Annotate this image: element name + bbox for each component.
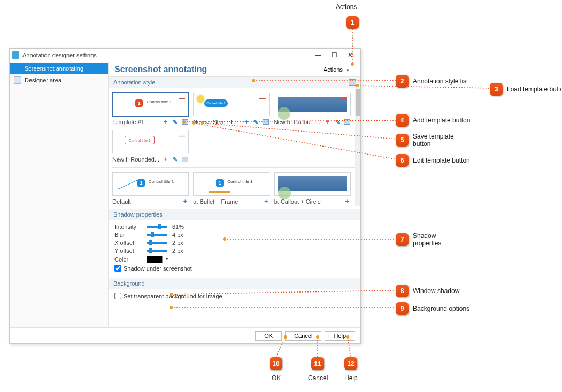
minimize-button[interactable]: — [310,51,326,59]
app-icon [12,51,19,59]
add-template-button[interactable]: + [324,118,332,126]
callout-badge-7: 7 [396,233,409,246]
leader-dot [351,63,354,66]
actions-label: Actions [324,66,343,73]
main-panel: Screenshot annotating Actions Annotation… [109,62,360,327]
shadow-under-checkbox[interactable] [114,265,121,272]
scrollbar-track[interactable] [355,88,360,206]
add-template-button[interactable]: + [181,198,189,205]
save-template-button[interactable] [262,118,270,126]
callout-label-7: Shadow properties [413,232,456,247]
yoffset-slider[interactable] [147,250,167,252]
callout-label-11: Cancel [308,374,328,382]
slider-thumb[interactable] [151,232,154,237]
slider-thumb[interactable] [158,224,161,229]
template-thumbnail[interactable]: Control title 1 — [112,130,189,153]
yoffset-label: Y offset [114,248,147,254]
actions-dropdown-button[interactable]: Actions [319,65,355,74]
template-name: Template #1 [112,119,160,125]
leader-dot [284,335,287,339]
frame-line-icon [209,191,230,193]
disk-icon [263,119,269,125]
template-name: New b. Callout +... [274,119,322,125]
maximize-button[interactable]: ☐ [326,51,342,59]
template-thumbnail[interactable]: 1 Control title 1 [112,172,189,196]
slider-thumb[interactable] [149,240,152,245]
callout-label-12: Help [344,374,358,382]
leader-dot [356,84,359,87]
callout-badge-1: 1 [346,16,359,29]
sidebar-item-designer-area[interactable]: Designer area [10,74,108,86]
slider-thumb[interactable] [149,248,152,253]
page-title: Screenshot annotating [114,65,207,74]
color-picker[interactable] [147,256,163,263]
xoffset-slider[interactable] [147,242,167,244]
callout-label-10: OK [272,374,281,382]
edit-template-button[interactable]: ✎ [172,118,179,126]
leader-dot [182,120,186,124]
dialog-window: Annotation designer settings — ☐ ✕ Scree… [9,48,361,344]
template-card: — New b. Callout +... + ✎ [274,93,351,126]
callout-badge-10: 10 [270,357,282,370]
badge-icon: 1 [216,179,224,187]
add-template-button[interactable]: + [162,156,170,163]
close-button[interactable]: ✕ [342,51,358,59]
leader-dot [170,293,173,296]
template-thumbnail[interactable]: 1 Control title 1 — [112,93,189,116]
add-template-button[interactable]: + [162,118,170,126]
callout-badge-9: 9 [396,302,409,315]
color-label: Color [114,256,147,263]
transparent-bg-checkbox[interactable] [114,293,121,299]
thumb-text: Control title 1 [149,179,174,184]
edit-template-button[interactable]: ✎ [172,156,179,163]
dialog-content: Screenshot annotating Designer area Scre… [10,62,360,327]
remove-template-button[interactable]: — [179,132,185,140]
help-button[interactable]: Help [325,331,355,341]
callout-label-4: Add template button [413,117,470,124]
scrollbar-thumb[interactable] [356,89,360,116]
section-title: Shadow properties [113,211,163,218]
template-thumbnail[interactable] [274,172,351,196]
intensity-label: Intensity [114,224,147,230]
callout-badge-4: 4 [396,114,409,127]
callout-badge-8: 8 [396,285,409,297]
template-thumbnail[interactable]: — [274,93,351,116]
leader-dot [223,237,226,241]
template-name: Default [112,198,179,205]
shadow-under-label: Shadow under screenshot [124,265,192,272]
dialog-footer: OK Cancel Help [10,327,360,343]
yoffset-value: 2 px [172,248,183,254]
template-thumbnail[interactable]: 1 Control title 1 [193,172,270,196]
intensity-slider[interactable] [147,226,167,228]
designer-icon [14,76,21,84]
save-template-button[interactable] [343,118,351,126]
background-panel: Set transparent background for image [109,289,360,306]
load-template-button[interactable] [349,79,356,86]
blur-value: 4 px [172,232,183,238]
section-shadow-properties-header: Shadow properties [109,209,360,220]
ok-button[interactable]: OK [255,331,282,341]
section-annotation-style-header: Annotation style [109,76,360,88]
thumb-text: Control title 1 [147,99,172,104]
add-template-button[interactable]: + [263,198,270,205]
remove-template-button[interactable]: — [179,95,185,102]
template-card: Control title 1 — New f. Rounded... + ✎ [112,130,189,163]
sidebar-item-screenshot-annotating[interactable]: Screenshot annotating [10,63,108,74]
callout-label-6: Edit template button [413,157,470,164]
template-thumbnail[interactable]: Control title 1 — [193,93,270,116]
xoffset-label: X offset [114,240,147,246]
thumb-text: Control title 1 [227,179,252,184]
add-template-button[interactable]: + [343,198,351,205]
add-template-button[interactable]: + [243,118,250,126]
edit-template-button[interactable]: ✎ [334,118,341,126]
remove-template-button[interactable]: — [259,95,266,102]
roundrect-icon: Control title 1 [125,136,155,144]
save-template-button[interactable] [181,156,189,163]
remove-template-button[interactable]: — [341,95,347,102]
edit-template-button[interactable]: ✎ [252,118,260,126]
blur-slider[interactable] [147,234,167,236]
template-card: 1 Control title 1 a. Bullet + Frame + [193,172,270,205]
leader-dot [346,335,349,339]
callout-badge-12: 12 [344,357,357,370]
template-card: b. Callout + Circle + [274,172,351,205]
